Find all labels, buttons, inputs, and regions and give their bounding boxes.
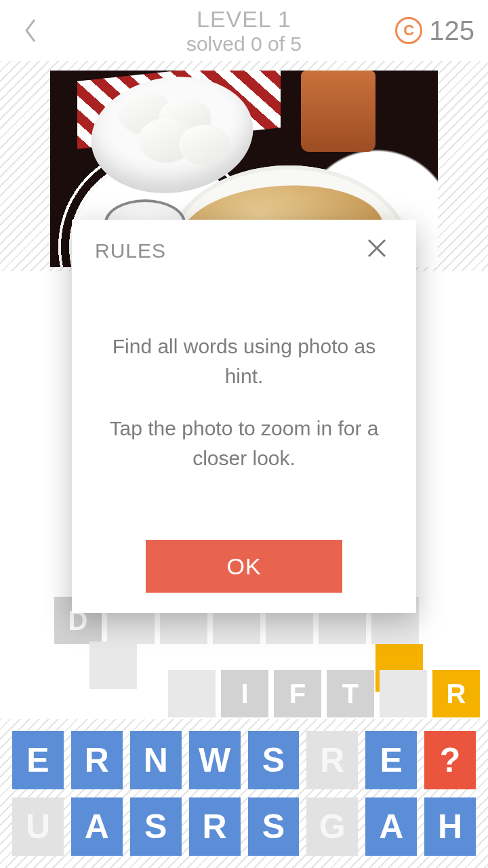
- letter-tile[interactable]: R: [71, 731, 123, 789]
- coin-icon: C: [395, 17, 422, 44]
- solved-label: solved 0 of 5: [186, 33, 302, 56]
- answer-slot[interactable]: [380, 670, 427, 717]
- header-title-block: LEVEL 1 solved 0 of 5: [186, 6, 302, 56]
- photo-egg: [179, 125, 230, 165]
- answer-tile[interactable]: I: [221, 670, 268, 717]
- letter-tile[interactable]: S: [248, 731, 300, 789]
- answer-row: IFTR: [168, 670, 480, 717]
- letter-tile[interactable]: E: [12, 731, 64, 789]
- answer-tile[interactable]: T: [327, 670, 374, 717]
- answer-tile[interactable]: R: [432, 670, 480, 717]
- modal-body: Find all words using photo as hint. Tap …: [95, 264, 393, 540]
- modal-title: RULES: [95, 239, 166, 262]
- letter-tile[interactable]: S: [130, 797, 182, 856]
- modal-text-2: Tap the photo to zoom in for a closer lo…: [99, 414, 389, 473]
- letter-tile[interactable]: G: [306, 797, 358, 856]
- rack-row: UASRSGAH: [12, 797, 476, 856]
- modal-text-1: Find all words using photo as hint.: [99, 332, 389, 391]
- close-icon: [366, 237, 388, 259]
- close-button[interactable]: [366, 237, 393, 264]
- photo-pot: [301, 71, 375, 152]
- coin-counter[interactable]: C 125: [395, 16, 474, 46]
- answer-tile[interactable]: F: [274, 670, 321, 717]
- coin-amount: 125: [429, 16, 474, 46]
- back-button[interactable]: [14, 14, 47, 47]
- rules-modal: RULES Find all words using photo as hint…: [72, 220, 416, 613]
- chevron-left-icon: [22, 17, 39, 44]
- letter-tile[interactable]: R: [306, 731, 358, 789]
- letter-tile[interactable]: A: [365, 797, 417, 856]
- letter-tile[interactable]: R: [189, 797, 241, 856]
- letter-tile[interactable]: A: [71, 797, 123, 856]
- letter-tile[interactable]: E: [365, 731, 417, 789]
- letter-tile[interactable]: N: [130, 731, 182, 789]
- letter-tile[interactable]: W: [189, 731, 241, 789]
- answer-slot[interactable]: [89, 642, 137, 689]
- ok-button[interactable]: OK: [146, 540, 342, 593]
- game-header: LEVEL 1 solved 0 of 5 C 125: [0, 0, 488, 61]
- letter-tile[interactable]: U: [12, 797, 64, 856]
- letter-rack: ERNWSRE? UASRSGAH: [0, 720, 488, 868]
- answer-slot[interactable]: [168, 670, 216, 717]
- letter-tile[interactable]: S: [248, 797, 300, 856]
- level-label: LEVEL 1: [186, 6, 302, 33]
- hint-button[interactable]: ?: [424, 731, 476, 789]
- letter-tile[interactable]: H: [424, 797, 476, 856]
- rack-row: ERNWSRE?: [12, 731, 476, 789]
